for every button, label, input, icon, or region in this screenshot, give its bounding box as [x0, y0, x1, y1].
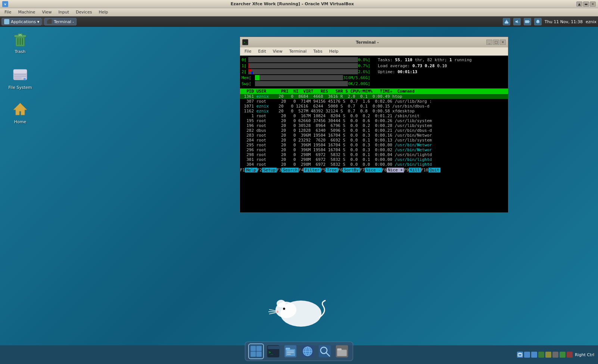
- fkey-f10[interactable]: F10Quit: [421, 168, 440, 172]
- vbox-title: Ezarcher Xfce Work [Running] - Oracle VM…: [8, 1, 576, 6]
- tray-icon-1[interactable]: [517, 352, 523, 358]
- svg-rect-5: [7, 22, 9, 24]
- fkey-f8[interactable]: F8Nice +: [382, 168, 404, 172]
- dock-search-btn[interactable]: [317, 343, 333, 359]
- vbox-menubar: File Machine View Input Devices Help: [0, 8, 598, 16]
- svg-point-26: [24, 78, 26, 80]
- terminal-titlebar: >_ Terminal - _ □ ✕: [240, 37, 508, 47]
- svg-rect-25: [14, 78, 22, 78]
- svg-line-37: [269, 312, 277, 314]
- terminal-menu-edit[interactable]: Edit: [255, 48, 269, 55]
- filesystem-desktop-icon[interactable]: File System: [5, 66, 35, 90]
- htop-cpu0-row: 0[ 0.0%]: [242, 57, 370, 63]
- terminal-taskbar-icon: ⬛: [47, 19, 52, 24]
- vbox-restore-btn[interactable]: ▬: [583, 1, 589, 7]
- svg-rect-8: [506, 20, 507, 21]
- htop-funckeys: F1Help F2Setup F3Search F4Filter F5Tree …: [240, 168, 508, 172]
- fkey-f3[interactable]: F3Search: [277, 168, 299, 172]
- battery-icon-btn[interactable]: [524, 18, 531, 25]
- svg-rect-48: [286, 348, 290, 350]
- terminal-menu-tabs[interactable]: Tabs: [310, 48, 325, 55]
- svg-rect-22: [13, 69, 27, 73]
- fkey-f6[interactable]: F6SortBy: [338, 168, 360, 172]
- tray-icon-5[interactable]: [545, 352, 551, 358]
- trash-label: Trash: [15, 49, 25, 54]
- htop-status-bars: 0[ 0.0%] 1[ 0.7%]: [240, 56, 508, 88]
- vbox-minimize-btn[interactable]: ▲: [576, 1, 582, 7]
- trash-desktop-icon[interactable]: Trash: [5, 30, 35, 54]
- terminal-menubar: File Edit View Terminal Tabs Help: [240, 47, 508, 56]
- dock-files-btn[interactable]: [283, 343, 298, 359]
- htop-row-283: 283 root 20 0 396M 19504 16704 S 0.0 0.3…: [240, 133, 508, 138]
- terminal-minimize-btn[interactable]: _: [486, 40, 492, 45]
- svg-text:)))): )))): [518, 21, 520, 23]
- dock-browser-btn[interactable]: [300, 343, 315, 359]
- fkey-f2[interactable]: F2Setup: [257, 168, 277, 172]
- vbox-icon: V: [2, 1, 8, 7]
- vbox-menu-machine[interactable]: Machine: [15, 9, 38, 15]
- tray-icon-2[interactable]: [524, 352, 530, 358]
- vbox-menu-devices[interactable]: Devices: [73, 9, 95, 15]
- tray-icon-7[interactable]: [560, 352, 566, 358]
- network-icon-btn[interactable]: [503, 18, 510, 25]
- terminal-close-btn[interactable]: ✕: [500, 40, 506, 45]
- htop-output[interactable]: 0[ 0.0%] 1[ 0.7%]: [240, 56, 508, 212]
- fkey-f5[interactable]: F5Tree: [321, 168, 338, 172]
- svg-rect-6: [505, 22, 508, 24]
- htop-table-header: PID USER PRI NI VIRT RES SHR S CPU%▽MEM%…: [240, 88, 508, 94]
- tray-icon-3[interactable]: [531, 352, 537, 358]
- svg-rect-63: [337, 348, 342, 350]
- svg-marker-9: [516, 20, 518, 23]
- svg-point-32: [277, 300, 286, 307]
- home-icon: [11, 100, 29, 118]
- tray-icon-8[interactable]: [567, 352, 573, 358]
- htop-uptime-line: Uptime: 00:01:13: [378, 69, 507, 75]
- home-desktop-icon[interactable]: Home: [5, 100, 35, 124]
- xfce-panel: Applications ▾ ⬛ Terminal - )))) Thu 11 …: [0, 16, 598, 27]
- trash-icon: [11, 30, 29, 48]
- panel-username: eznix: [586, 19, 597, 24]
- vbox-menu-help[interactable]: Help: [96, 9, 111, 15]
- terminal-menu-file[interactable]: File: [242, 48, 254, 55]
- terminal-controls: _ □ ✕: [486, 40, 506, 45]
- terminal-menu-terminal[interactable]: Terminal: [286, 48, 310, 55]
- volume-icon-btn[interactable]: )))): [513, 18, 521, 25]
- htop-row-1361: 1361 eznix 20 0 8684 4668 3616 R 2.0 0.1…: [240, 94, 508, 99]
- vbox-close-btn[interactable]: ✕: [590, 1, 596, 7]
- home-label: Home: [14, 119, 26, 124]
- terminal-maximize-btn[interactable]: □: [493, 40, 499, 45]
- dock-desktop-btn[interactable]: [248, 343, 264, 359]
- notifications-icon-btn[interactable]: [534, 18, 542, 25]
- tray-icon-4[interactable]: [538, 352, 544, 358]
- vbox-menu-view[interactable]: View: [39, 9, 54, 15]
- panel-separator-1: [43, 18, 43, 25]
- tray-icon-6[interactable]: [552, 352, 558, 358]
- fkey-f7[interactable]: F7Nice -: [360, 168, 382, 172]
- tray-icons: [517, 352, 573, 358]
- svg-rect-3: [7, 20, 9, 21]
- dock-terminal-btn[interactable]: >_: [265, 343, 281, 359]
- terminal-menu-help[interactable]: Help: [326, 48, 342, 55]
- svg-point-33: [283, 308, 285, 310]
- vbox-menu-input[interactable]: Input: [56, 9, 72, 15]
- htop-row-282: 282 dbus 20 0 12828 6340 5096 S 0.0 0.1 …: [240, 128, 508, 133]
- terminal-menu-view[interactable]: View: [270, 48, 286, 55]
- fkey-f4[interactable]: F4Filter: [299, 168, 321, 172]
- svg-text:>_: >_: [268, 350, 273, 355]
- dock-folder-btn[interactable]: [334, 343, 350, 359]
- right-ctrl-label: Right Ctrl: [575, 352, 594, 357]
- applications-icon: [4, 19, 9, 24]
- fkey-f9[interactable]: F9Kill: [404, 168, 421, 172]
- htop-row-304: 304 root 20 0 298M 6972 5832 S 0.0 0.0 0…: [240, 162, 508, 167]
- vbox-titlebar: V Ezarcher Xfce Work [Running] - Oracle …: [0, 0, 598, 8]
- svg-rect-7: [505, 21, 508, 22]
- panel-right: )))) Thu 11 Nov, 11:38 eznix: [503, 18, 597, 25]
- fkey-f1[interactable]: F1Help: [240, 168, 257, 172]
- svg-text:V: V: [4, 3, 6, 6]
- terminal-title-icon: >_: [242, 39, 248, 45]
- svg-rect-23: [14, 74, 26, 75]
- terminal-taskbar-btn[interactable]: ⬛ Terminal -: [44, 18, 77, 25]
- htop-row-298: 298 root 20 0 298M 6972 5832 S 0.0 0.1 0…: [240, 152, 508, 157]
- vbox-menu-file[interactable]: File: [1, 9, 14, 15]
- applications-menu-btn[interactable]: Applications ▾: [1, 18, 42, 25]
